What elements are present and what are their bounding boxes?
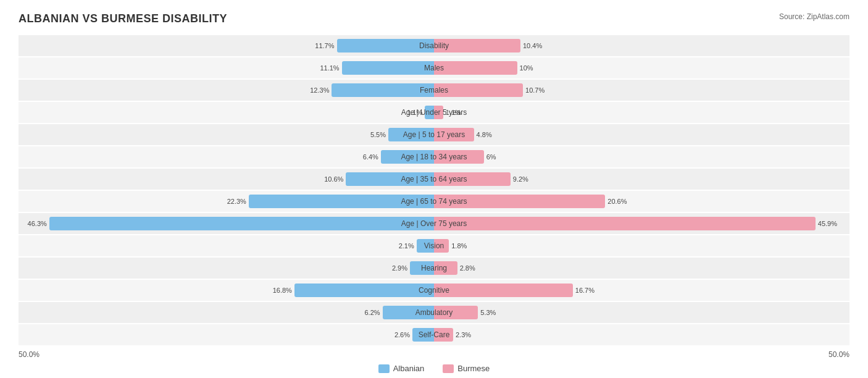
bar-albanian: [346, 172, 434, 186]
bar-albanian: [294, 284, 434, 297]
legend-box-burmese: [443, 364, 454, 373]
bar-burmese: [434, 239, 449, 253]
bars-wrapper: 5.5%4.8%Age | 5 to 17 years: [19, 124, 849, 145]
value-burmese: 1.1%: [446, 109, 461, 116]
value-albanian: 16.8%: [273, 287, 292, 294]
bar-albanian: [337, 39, 434, 52]
bar-albanian: [425, 106, 434, 119]
bar-burmese: [434, 328, 453, 342]
bar-row: 5.5%4.8%Age | 5 to 17 years: [19, 124, 849, 145]
value-burmese: 16.7%: [575, 287, 595, 294]
bars-wrapper: 12.3%10.7%Females: [19, 80, 849, 101]
value-albanian: 1.1%: [407, 109, 422, 116]
bar-row: 1.1%1.1%Age | Under 5 years: [19, 102, 849, 123]
bar-row: 6.4%6%Age | 18 to 34 years: [19, 146, 849, 167]
bar-row: 2.9%2.8%Hearing: [19, 258, 849, 279]
value-burmese: 4.8%: [477, 131, 492, 138]
bar-burmese: [434, 128, 474, 141]
value-albanian: 11.1%: [320, 64, 339, 72]
bars-wrapper: 2.6%2.3%Self-Care: [19, 324, 849, 345]
bar-albanian: [342, 61, 434, 75]
bar-albanian: [381, 150, 434, 164]
bar-burmese: [434, 106, 443, 119]
bar-row: 16.8%16.7%Cognitive: [19, 280, 849, 301]
bars-wrapper: 11.7%10.4%Disability: [19, 35, 849, 56]
bars-wrapper: 22.3%20.6%Age | 65 to 74 years: [19, 191, 849, 212]
bars-wrapper: 11.1%10%Males: [19, 57, 849, 78]
value-albanian: 11.7%: [315, 42, 334, 49]
value-albanian: 6.2%: [364, 309, 380, 316]
value-albanian: 2.6%: [394, 331, 410, 338]
value-burmese: 20.6%: [607, 198, 627, 205]
bar-burmese: [434, 39, 520, 52]
bar-albanian: [383, 306, 434, 319]
bar-row: 11.7%10.4%Disability: [19, 35, 849, 56]
bar-burmese: [434, 83, 523, 97]
bar-burmese: [434, 284, 573, 297]
chart-title: ALBANIAN VS BURMESE DISABILITY: [19, 12, 227, 25]
value-albanian: 5.5%: [370, 131, 386, 138]
bar-burmese: [434, 217, 816, 230]
bar-row: 12.3%10.7%Females: [19, 80, 849, 101]
axis-right-label: 50.0%: [828, 350, 849, 359]
value-burmese: 1.8%: [451, 242, 467, 250]
bar-row: 10.6%9.2%Age | 35 to 64 years: [19, 169, 849, 190]
bar-row: 2.1%1.8%Vision: [19, 235, 849, 256]
axis-labels: 50.0% 50.0%: [19, 350, 849, 359]
bar-albanian: [388, 128, 434, 141]
value-burmese: 2.3%: [456, 331, 471, 338]
legend-label-albanian: Albanian: [393, 364, 425, 373]
bars-wrapper: 1.1%1.1%Age | Under 5 years: [19, 102, 849, 123]
value-burmese: 10.7%: [525, 86, 545, 94]
value-burmese: 2.8%: [460, 264, 475, 272]
value-burmese: 10%: [520, 64, 533, 72]
value-burmese: 45.9%: [818, 220, 837, 227]
bar-burmese: [434, 306, 478, 319]
value-albanian: 10.6%: [324, 175, 343, 183]
value-albanian: 2.1%: [399, 242, 414, 250]
legend: Albanian Burmese: [19, 364, 849, 373]
chart-container: ALBANIAN VS BURMESE DISABILITY Source: Z…: [0, 0, 868, 378]
bar-albanian: [417, 239, 434, 253]
bar-albanian: [410, 261, 434, 275]
chart-source: Source: ZipAtlas.com: [779, 12, 849, 21]
bar-burmese: [434, 261, 457, 275]
bars-wrapper: 2.1%1.8%Vision: [19, 235, 849, 256]
bars-wrapper: 10.6%9.2%Age | 35 to 64 years: [19, 169, 849, 190]
bars-wrapper: 16.8%16.7%Cognitive: [19, 280, 849, 301]
value-albanian: 12.3%: [310, 86, 329, 94]
bar-row: 46.3%45.9%Age | Over 75 years: [19, 213, 849, 234]
value-burmese: 6%: [486, 153, 496, 161]
bar-row: 2.6%2.3%Self-Care: [19, 324, 849, 345]
bar-burmese: [434, 150, 484, 164]
value-burmese: 5.3%: [480, 309, 496, 316]
bar-albanian: [249, 195, 434, 208]
axis-left-label: 50.0%: [19, 350, 40, 359]
value-burmese: 9.2%: [513, 175, 528, 183]
bar-row: 11.1%10%Males: [19, 57, 849, 78]
value-albanian: 2.9%: [392, 264, 407, 272]
bar-burmese: [434, 195, 605, 208]
legend-box-albanian: [378, 364, 390, 373]
bar-burmese: [434, 172, 511, 186]
bar-burmese: [434, 61, 517, 75]
chart-area: 11.7%10.4%Disability11.1%10%Males12.3%10…: [19, 35, 849, 345]
legend-item-albanian: Albanian: [378, 364, 425, 373]
bar-row: 6.2%5.3%Ambulatory: [19, 302, 849, 323]
bar-row: 22.3%20.6%Age | 65 to 74 years: [19, 191, 849, 212]
legend-item-burmese: Burmese: [443, 364, 490, 373]
bars-wrapper: 6.4%6%Age | 18 to 34 years: [19, 146, 849, 167]
value-burmese: 10.4%: [523, 42, 542, 49]
value-albanian: 6.4%: [363, 153, 378, 161]
bar-albanian: [332, 83, 434, 97]
bars-wrapper: 6.2%5.3%Ambulatory: [19, 302, 849, 323]
legend-label-burmese: Burmese: [457, 364, 490, 373]
bar-albanian: [412, 328, 434, 342]
value-albanian: 22.3%: [227, 198, 246, 205]
bars-wrapper: 46.3%45.9%Age | Over 75 years: [19, 213, 849, 234]
chart-header: ALBANIAN VS BURMESE DISABILITY Source: Z…: [19, 12, 849, 25]
bar-albanian: [49, 217, 434, 230]
bars-wrapper: 2.9%2.8%Hearing: [19, 258, 849, 279]
value-albanian: 46.3%: [28, 220, 47, 227]
